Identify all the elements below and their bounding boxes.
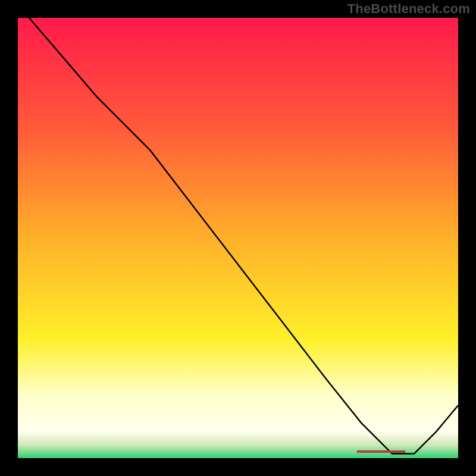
- attribution-label: TheBottleneck.com: [347, 1, 470, 17]
- chart-background-gradient: [18, 18, 458, 458]
- plot-area: [18, 18, 458, 458]
- chart-container: TheBottleneck.com: [0, 0, 476, 476]
- chart-svg: [18, 18, 458, 458]
